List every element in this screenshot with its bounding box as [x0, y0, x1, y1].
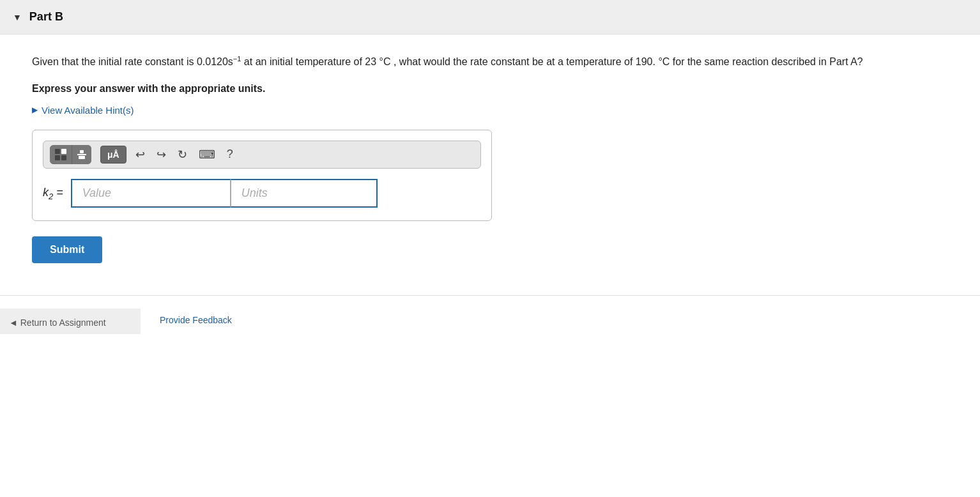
help-icon[interactable]: ? [224, 146, 236, 162]
return-link[interactable]: ◄ Return to Assignment [9, 317, 106, 328]
bottom-right-nav: Provide Feedback [141, 309, 251, 334]
input-row: k2 = [43, 179, 481, 208]
fraction-button[interactable] [72, 145, 91, 164]
feedback-link[interactable]: Provide Feedback [160, 315, 232, 325]
collapse-chevron[interactable]: ▼ [13, 12, 22, 22]
hint-link[interactable]: ▶ View Available Hint(s) [32, 105, 948, 116]
submit-button[interactable]: Submit [32, 236, 102, 263]
math-toolbar: μÅ ↩ ↪ ↻ ⌨ ? [43, 141, 481, 169]
k2-k: k [43, 186, 49, 199]
value-input[interactable] [71, 179, 231, 208]
grid-icon [55, 149, 66, 160]
redo-icon[interactable]: ↪ [154, 146, 169, 163]
part-title: Part B [29, 10, 63, 24]
equals-sign: = [56, 186, 63, 199]
fraction-icon [77, 150, 86, 159]
keyboard-icon[interactable]: ⌨ [196, 146, 218, 163]
question-text-middle: at an initial temperature of 23 °C , wha… [241, 56, 862, 67]
part-header: ▼ Part B [0, 0, 980, 34]
content-area: Given that the initial rate constant is … [0, 34, 980, 282]
question-superscript: −1 [233, 56, 241, 67]
refresh-icon[interactable]: ↻ [175, 146, 190, 163]
bottom-left-nav: ◄ Return to Assignment [0, 309, 141, 334]
page-wrapper: ▼ Part B Given that the initial rate con… [0, 0, 980, 497]
k2-label: k2 = [43, 186, 63, 201]
matrix-button[interactable] [50, 145, 72, 164]
symbol-button[interactable]: μÅ [100, 146, 126, 164]
undo-icon[interactable]: ↩ [133, 146, 148, 163]
bottom-area: ◄ Return to Assignment Provide Feedback [0, 295, 980, 334]
hint-label: View Available Hint(s) [42, 105, 134, 116]
question-text: Given that the initial rate constant is … [32, 54, 948, 70]
answer-container: μÅ ↩ ↪ ↻ ⌨ ? k2 = [32, 130, 492, 221]
k2-sub: 2 [49, 191, 53, 201]
units-input[interactable] [231, 179, 378, 208]
question-text-before: Given that the initial rate constant is … [32, 56, 233, 67]
hint-chevron: ▶ [32, 105, 38, 114]
matrix-btn-group [50, 145, 91, 164]
emphasis-text: Express your answer with the appropriate… [32, 83, 948, 95]
